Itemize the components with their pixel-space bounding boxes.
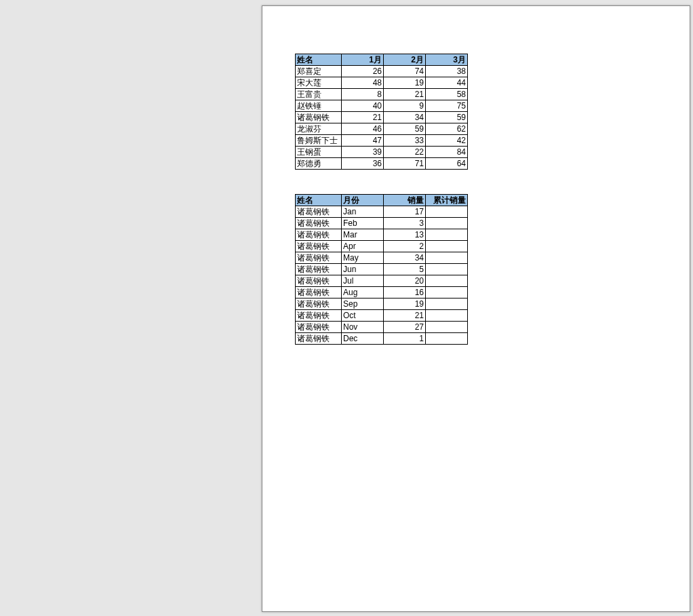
cell-sales: 34 bbox=[384, 252, 426, 264]
header-name: 姓名 bbox=[296, 54, 342, 66]
table-row: 诸葛钢铁Jun5 bbox=[296, 264, 468, 275]
table-row: 诸葛钢铁Nov27 bbox=[296, 322, 468, 333]
cell-month: Dec bbox=[342, 333, 384, 345]
table-row: 宋大莲481944 bbox=[296, 77, 468, 89]
cell-feb: 34 bbox=[384, 112, 426, 123]
cell-month: Jan bbox=[342, 206, 384, 218]
table-row: 诸葛钢铁May34 bbox=[296, 252, 468, 264]
cell-mar: 44 bbox=[426, 77, 468, 89]
cell-name: 诸葛钢铁 bbox=[296, 206, 342, 218]
table-header-row: 姓名 1月 2月 3月 bbox=[296, 54, 468, 66]
table-monthly-sales: 姓名 1月 2月 3月 郑喜定267438宋大莲481944王富贵82158赵铁… bbox=[295, 54, 468, 170]
cell-jan: 47 bbox=[342, 135, 384, 147]
table-row: 诸葛钢铁Mar13 bbox=[296, 229, 468, 241]
cell-feb: 33 bbox=[384, 135, 426, 147]
table-row: 郑喜定267438 bbox=[296, 66, 468, 77]
cell-month: Mar bbox=[342, 229, 384, 241]
cell-sales: 16 bbox=[384, 287, 426, 299]
table-row: 诸葛钢铁Dec1 bbox=[296, 333, 468, 345]
header-mar: 3月 bbox=[426, 54, 468, 66]
table-row: 诸葛钢铁Apr2 bbox=[296, 241, 468, 252]
cell-mar: 64 bbox=[426, 158, 468, 170]
cell-cum bbox=[426, 275, 468, 287]
cell-mar: 62 bbox=[426, 123, 468, 135]
cell-cum bbox=[426, 229, 468, 241]
cell-mar: 42 bbox=[426, 135, 468, 147]
header-feb: 2月 bbox=[384, 54, 426, 66]
cell-sales: 13 bbox=[384, 229, 426, 241]
table-row: 诸葛钢铁Aug16 bbox=[296, 287, 468, 299]
cell-jan: 26 bbox=[342, 66, 384, 77]
cell-mar: 38 bbox=[426, 66, 468, 77]
cell-month: Jun bbox=[342, 264, 384, 275]
cell-cum bbox=[426, 322, 468, 333]
cell-feb: 22 bbox=[384, 147, 426, 158]
cell-name: 诸葛钢铁 bbox=[296, 241, 342, 252]
cell-name: 诸葛钢铁 bbox=[296, 333, 342, 345]
cell-name: 王富贵 bbox=[296, 89, 342, 100]
header-name: 姓名 bbox=[296, 195, 342, 206]
cell-name: 诸葛钢铁 bbox=[296, 112, 342, 123]
cell-name: 龙淑芬 bbox=[296, 123, 342, 135]
cell-name: 诸葛钢铁 bbox=[296, 252, 342, 264]
cell-mar: 75 bbox=[426, 100, 468, 112]
cell-name: 赵铁锤 bbox=[296, 100, 342, 112]
cell-mar: 59 bbox=[426, 112, 468, 123]
cell-sales: 1 bbox=[384, 333, 426, 345]
table-header-row: 姓名 月份 销量 累计销量 bbox=[296, 195, 468, 206]
table-row: 龙淑芬465962 bbox=[296, 123, 468, 135]
cell-name: 诸葛钢铁 bbox=[296, 287, 342, 299]
header-month: 月份 bbox=[342, 195, 384, 206]
cell-jan: 48 bbox=[342, 77, 384, 89]
cell-month: Oct bbox=[342, 310, 384, 322]
cell-sales: 3 bbox=[384, 218, 426, 229]
cell-month: Sep bbox=[342, 299, 384, 310]
header-jan: 1月 bbox=[342, 54, 384, 66]
table-row: 王钢蛋392284 bbox=[296, 147, 468, 158]
cell-name: 诸葛钢铁 bbox=[296, 218, 342, 229]
cell-name: 诸葛钢铁 bbox=[296, 299, 342, 310]
cell-month: Jul bbox=[342, 275, 384, 287]
table-row: 王富贵82158 bbox=[296, 89, 468, 100]
cell-jan: 39 bbox=[342, 147, 384, 158]
cell-cum bbox=[426, 299, 468, 310]
table-row: 诸葛钢铁Sep19 bbox=[296, 299, 468, 310]
cell-cum bbox=[426, 252, 468, 264]
cell-name: 诸葛钢铁 bbox=[296, 310, 342, 322]
cell-sales: 20 bbox=[384, 275, 426, 287]
cell-month: Feb bbox=[342, 218, 384, 229]
header-cum: 累计销量 bbox=[426, 195, 468, 206]
cell-mar: 58 bbox=[426, 89, 468, 100]
cell-jan: 46 bbox=[342, 123, 384, 135]
cell-sales: 17 bbox=[384, 206, 426, 218]
cell-name: 鲁姆斯下士 bbox=[296, 135, 342, 147]
cell-jan: 36 bbox=[342, 158, 384, 170]
cell-month: Apr bbox=[342, 241, 384, 252]
cell-feb: 59 bbox=[384, 123, 426, 135]
header-sales: 销量 bbox=[384, 195, 426, 206]
cell-month: May bbox=[342, 252, 384, 264]
cell-cum bbox=[426, 206, 468, 218]
cell-name: 宋大莲 bbox=[296, 77, 342, 89]
table-row: 诸葛钢铁213459 bbox=[296, 112, 468, 123]
cell-cum bbox=[426, 218, 468, 229]
cell-mar: 84 bbox=[426, 147, 468, 158]
table-row: 鲁姆斯下士473342 bbox=[296, 135, 468, 147]
cell-cum bbox=[426, 241, 468, 252]
cell-name: 王钢蛋 bbox=[296, 147, 342, 158]
cell-feb: 71 bbox=[384, 158, 426, 170]
cell-feb: 74 bbox=[384, 66, 426, 77]
cell-jan: 40 bbox=[342, 100, 384, 112]
table-row: 诸葛钢铁Oct21 bbox=[296, 310, 468, 322]
table-row: 诸葛钢铁Jan17 bbox=[296, 206, 468, 218]
cell-cum bbox=[426, 264, 468, 275]
cell-name: 诸葛钢铁 bbox=[296, 275, 342, 287]
cell-feb: 19 bbox=[384, 77, 426, 89]
cell-sales: 2 bbox=[384, 241, 426, 252]
cell-jan: 21 bbox=[342, 112, 384, 123]
table-row: 诸葛钢铁Jul20 bbox=[296, 275, 468, 287]
cell-cum bbox=[426, 287, 468, 299]
cell-name: 诸葛钢铁 bbox=[296, 229, 342, 241]
table-row: 赵铁锤40975 bbox=[296, 100, 468, 112]
cell-feb: 21 bbox=[384, 89, 426, 100]
